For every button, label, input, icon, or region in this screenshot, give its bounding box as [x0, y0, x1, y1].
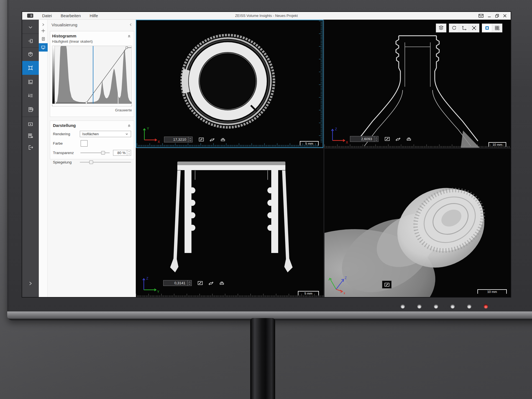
layers-icon[interactable] [436, 24, 446, 32]
axes-indicator: Y X [140, 126, 162, 144]
import-volume-icon[interactable] [22, 35, 39, 47]
transfer-handle[interactable] [126, 47, 128, 48]
transparenz-value[interactable]: 80 % [113, 150, 127, 156]
viewport-front-view[interactable]: Z X 2,6093 10 mm [324, 20, 511, 148]
grid-view-icon[interactable] [492, 24, 502, 32]
divider [22, 47, 39, 48]
panel-title: Visualisierung [52, 22, 77, 27]
histogram-card: Histogramm Häufigkeit (linear skaliert) [50, 31, 134, 117]
rendering-label: Rendering [53, 132, 80, 136]
transfer-handle[interactable] [85, 102, 87, 104]
flatten-icon[interactable] [220, 137, 226, 142]
menu-bearbeiten[interactable]: Bearbeiten [61, 13, 81, 18]
histogram-subtitle: Häufigkeit (linear skaliert) [52, 39, 132, 44]
fit-view-icon[interactable] [384, 137, 390, 141]
darstellung-title: Darstellung [53, 123, 131, 128]
fit-view-icon[interactable] [197, 281, 203, 285]
slice-position-stepper[interactable] [188, 280, 192, 286]
app-window: Datei Bearbeiten Hilfe ZEISS Volume Insi… [22, 12, 511, 297]
expand-chevron-icon[interactable] [22, 278, 39, 289]
exit-icon[interactable] [22, 142, 39, 153]
spiegelung-label: Spiegelung [53, 160, 80, 164]
single-view-icon[interactable] [482, 24, 492, 32]
spiegelung-slider-thumb[interactable] [89, 160, 93, 164]
view-toolbar [436, 24, 502, 32]
slice-plane-icon[interactable] [208, 281, 214, 285]
viewport-top-view[interactable]: Y X 17,3210 5 mm [136, 20, 323, 148]
monitor-photo: Datei Bearbeiten Hilfe ZEISS Volume Insi… [0, 0, 532, 399]
notes-icon[interactable] [39, 35, 48, 43]
rotate-icon[interactable] [449, 24, 459, 32]
slice-position-input[interactable]: 17,3210 [164, 137, 188, 142]
monitor-stand [250, 318, 275, 399]
clipping-plane-icon[interactable] [22, 76, 39, 88]
transparenz-stepper[interactable] [127, 150, 131, 156]
monitor-button[interactable] [417, 304, 421, 308]
viewport-3d-view[interactable]: Z x 10 mm [324, 149, 511, 297]
histogram-title: Histogramm [52, 34, 132, 38]
scale-bar: 10 mm [488, 142, 506, 147]
axes-indicator: Z Y [139, 276, 161, 294]
report-icon[interactable] [22, 104, 39, 115]
report-export-icon[interactable] [22, 130, 39, 142]
close-icon[interactable] [503, 14, 507, 18]
fit-view-icon[interactable] [198, 137, 204, 142]
visualisierung-panel: Visualisierung Histogramm Häufigkeit (li… [48, 20, 136, 297]
display-icon[interactable] [39, 43, 48, 52]
viewport-side-view[interactable]: Z Y 0,3141 5 mm [136, 149, 323, 297]
viewport-grid: Y X 17,3210 5 mm [136, 20, 511, 297]
axis-x-label: x [344, 291, 345, 295]
gray-value-cursor[interactable] [93, 46, 93, 104]
monitor-button[interactable] [401, 304, 405, 308]
add-icon[interactable] [39, 27, 48, 35]
slice-position-input[interactable]: 0,3141 [163, 280, 188, 286]
collapse-section-icon[interactable] [127, 124, 131, 129]
animation-icon[interactable] [22, 118, 39, 130]
slice-view-icon[interactable] [22, 61, 39, 75]
transparenz-slider[interactable] [80, 152, 110, 153]
mail-icon[interactable] [479, 14, 484, 18]
volume-cube-icon[interactable] [22, 48, 39, 60]
slice-position-input[interactable]: 2,6093 [350, 136, 374, 142]
menu-datei[interactable]: Datei [42, 13, 52, 18]
histogram-range-slider[interactable] [52, 104, 132, 106]
bottom-ruler [324, 144, 511, 148]
center-focus-icon[interactable] [469, 24, 479, 32]
chevron-down-icon [125, 132, 129, 136]
flatten-icon[interactable] [406, 137, 412, 141]
axis-v-label: Z [146, 277, 148, 280]
rendering-dropdown[interactable]: Isoflächen [80, 131, 131, 137]
menu-hilfe[interactable]: Hilfe [90, 13, 98, 18]
monitor-power-button[interactable] [484, 304, 488, 308]
divider [22, 117, 39, 117]
scale-bar: 5 mm [298, 291, 319, 295]
flatten-icon[interactable] [219, 281, 225, 285]
collapse-panel-icon[interactable] [129, 22, 133, 28]
divider [22, 34, 39, 34]
axes-icon[interactable] [459, 24, 469, 32]
transparenz-label: Transparenz [53, 151, 80, 155]
minimize-icon[interactable] [487, 14, 491, 18]
collapse-chevron-icon[interactable] [22, 21, 39, 33]
ct-slice-top-image [136, 20, 323, 147]
slice-position-stepper[interactable] [188, 137, 193, 142]
slice-plane-icon[interactable] [395, 137, 401, 141]
histogram-plot[interactable] [52, 46, 132, 104]
scale-bar: 10 mm [477, 289, 507, 294]
restore-icon[interactable] [495, 14, 499, 18]
collapse-section-icon[interactable] [127, 34, 131, 39]
app-logo [27, 14, 33, 18]
axes-triad-3d: Z x [327, 275, 351, 295]
slice-plane-icon[interactable] [209, 137, 215, 142]
bottom-ruler [136, 294, 323, 297]
transparenz-slider-thumb[interactable] [101, 151, 105, 155]
spiegelung-slider[interactable] [80, 162, 131, 163]
fit-view-icon[interactable] [382, 281, 392, 288]
monitor-button[interactable] [451, 304, 455, 308]
color-swatch[interactable] [81, 140, 88, 147]
slice-position-stepper[interactable] [374, 136, 378, 142]
task-list-icon[interactable] [22, 90, 39, 101]
transfer-handle[interactable] [55, 102, 56, 104]
monitor-button[interactable] [467, 304, 471, 308]
monitor-button[interactable] [434, 304, 438, 308]
